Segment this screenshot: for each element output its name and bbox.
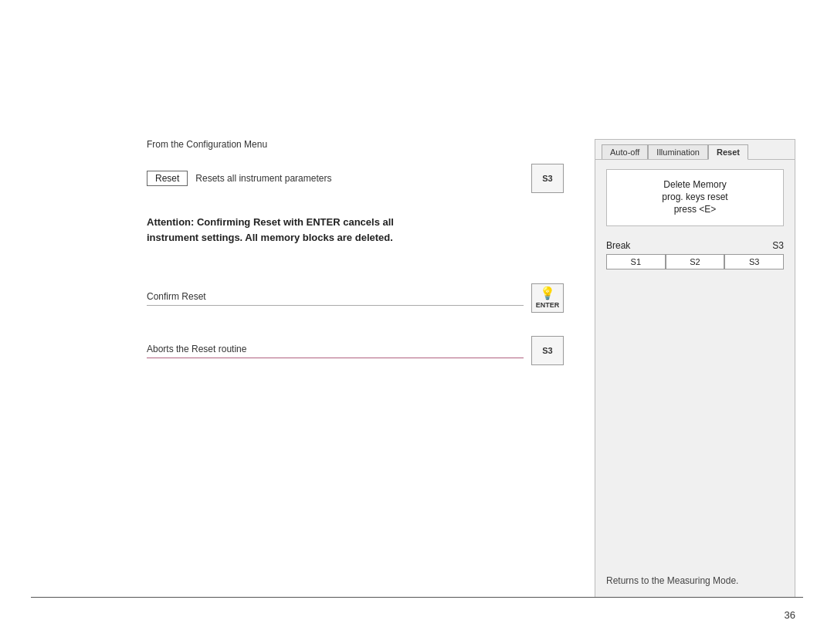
enter-key-label: ENTER xyxy=(536,301,560,309)
device-screen: Delete Memory prog. keys reset press <E> xyxy=(606,169,784,226)
break-s3: S3 xyxy=(772,240,784,251)
abort-row: Aborts the Reset routine S3 xyxy=(147,336,564,365)
device-softkeys: S1 S2 S3 xyxy=(606,254,784,269)
s3-key-abort[interactable]: S3 xyxy=(531,336,564,365)
screen-line2: prog. keys reset xyxy=(618,192,772,202)
confirm-reset-label: Confirm Reset xyxy=(147,291,524,306)
reset-label: Reset xyxy=(147,171,188,186)
softkey-s2[interactable]: S2 xyxy=(666,254,725,269)
screen-line1: Delete Memory xyxy=(618,179,772,190)
page-number: 36 xyxy=(785,609,795,621)
bulb-icon: 💡 xyxy=(540,287,555,300)
reset-description: Resets all instrument parameters xyxy=(195,173,524,184)
enter-key[interactable]: 💡 ENTER xyxy=(531,283,564,313)
attention-text: Attention: Confirming Reset with ENTER c… xyxy=(147,215,425,245)
device-panel: Auto-off Illumination Reset Delete Memor… xyxy=(595,139,795,598)
reset-row: Reset Resets all instrument parameters S… xyxy=(147,164,564,193)
confirm-reset-row: Confirm Reset 💡 ENTER xyxy=(147,283,564,313)
s3-key-reset[interactable]: S3 xyxy=(531,164,564,193)
abort-label: Aborts the Reset routine xyxy=(147,344,524,358)
softkey-s1[interactable]: S1 xyxy=(606,254,666,269)
tab-reset[interactable]: Reset xyxy=(708,144,748,160)
tab-illumination[interactable]: Illumination xyxy=(648,144,708,159)
device-tabs: Auto-off Illumination Reset xyxy=(595,140,795,160)
from-config-label: From the Configuration Menu xyxy=(147,139,564,150)
device-break-row: Break S3 xyxy=(606,240,784,251)
tab-auto-off[interactable]: Auto-off xyxy=(602,144,648,159)
break-label: Break xyxy=(606,240,630,251)
screen-line3: press <E> xyxy=(618,204,772,215)
returns-text: Returns to the Measuring Mode. xyxy=(606,563,784,586)
bottom-divider xyxy=(31,597,803,598)
softkey-s3[interactable]: S3 xyxy=(724,254,784,269)
